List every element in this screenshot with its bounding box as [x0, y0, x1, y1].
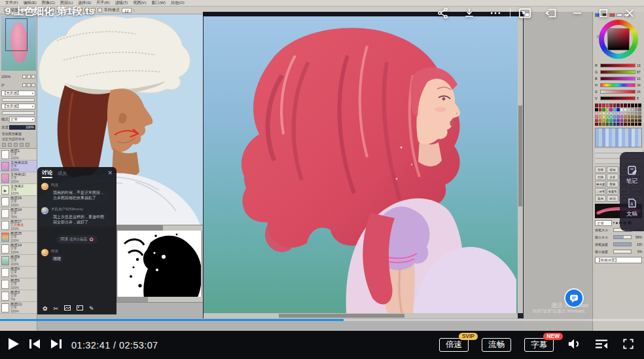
- chat-bubble-button[interactable]: [565, 290, 582, 307]
- color-swatch[interactable]: [620, 108, 624, 111]
- color-swatch[interactable]: [631, 119, 634, 123]
- slider-track[interactable]: [600, 64, 635, 67]
- screenshot-icon[interactable]: [77, 305, 83, 312]
- color-swatch[interactable]: [617, 115, 620, 119]
- color-swatch[interactable]: [599, 119, 602, 123]
- color-swatch[interactable]: [620, 115, 624, 119]
- saturation-value-square[interactable]: [607, 28, 630, 50]
- chat-close-icon[interactable]: ✕: [107, 170, 113, 176]
- color-swatch[interactable]: [613, 115, 617, 119]
- subtitle-button[interactable]: 字幕 NEW: [524, 338, 554, 352]
- quality-button[interactable]: 流畅: [482, 338, 511, 352]
- menu-item[interactable]: 窗口(W): [151, 0, 166, 6]
- more-button[interactable]: [488, 5, 503, 21]
- tool-button[interactable]: 橡皮擦: [595, 181, 606, 187]
- new-layer-icon[interactable]: [2, 143, 6, 147]
- color-swatch[interactable]: [606, 119, 609, 123]
- video-content[interactable]: 文件(F)编辑(E)图像(C)图层(L)选择(S)尺子(R)滤镜(T)视图(V)…: [0, 0, 644, 331]
- maximize-button[interactable]: [596, 5, 611, 21]
- color-swatch[interactable]: [599, 115, 602, 119]
- tool-button[interactable]: 铅笔: [595, 166, 606, 173]
- color-swatch[interactable]: [595, 123, 598, 126]
- mini-player-button[interactable]: [517, 5, 533, 21]
- navigator-viewport[interactable]: [5, 18, 27, 51]
- hue-cursor[interactable]: [597, 35, 599, 38]
- color-swatch[interactable]: [613, 123, 617, 126]
- color-swatch[interactable]: [613, 112, 617, 115]
- brush-mode-dropdown[interactable]: 正常: [595, 220, 612, 226]
- fullscreen-button[interactable]: [622, 337, 635, 353]
- notes-button[interactable]: 笔记: [626, 165, 637, 185]
- stabilizer-value[interactable]: 12: [122, 8, 132, 13]
- color-swatch[interactable]: [624, 112, 627, 115]
- playlist-button[interactable]: [594, 338, 609, 352]
- color-swatch[interactable]: [599, 112, 602, 115]
- color-swatch[interactable]: [631, 104, 634, 107]
- slider-track[interactable]: [600, 77, 635, 81]
- share-button[interactable]: [435, 5, 451, 21]
- color-swatch[interactable]: [606, 115, 609, 119]
- layer-row[interactable]: 文件夹2(3)正常100%: [0, 161, 37, 172]
- layer-row[interactable]: 文件夹(2)正常100%: [0, 172, 37, 184]
- layer-row[interactable]: 图层4正常42%: [0, 267, 37, 278]
- color-swatch[interactable]: [635, 115, 638, 119]
- layer-row[interactable]: 图层8正常100%: [0, 255, 37, 267]
- color-swatch[interactable]: [624, 115, 627, 119]
- zoom-reset-button[interactable]: [27, 75, 31, 79]
- color-swatch[interactable]: [631, 115, 634, 119]
- seek-bar[interactable]: [0, 319, 644, 321]
- color-swatch[interactable]: [609, 119, 613, 123]
- brush-setting-row[interactable]: 最小大小56%: [595, 234, 642, 241]
- layer-row[interactable]: 图层24正常76%: [0, 208, 37, 219]
- slider-track[interactable]: [600, 96, 635, 100]
- tool-button[interactable]: 移动: [607, 195, 618, 202]
- slider-track[interactable]: [600, 90, 635, 94]
- tool-button[interactable]: 图章: [607, 181, 618, 187]
- canvas-vertical-scrollbar[interactable]: [518, 16, 523, 313]
- color-swatch[interactable]: [631, 108, 634, 111]
- color-swatch[interactable]: [638, 112, 641, 115]
- color-swatch[interactable]: [609, 112, 613, 115]
- color-swatch[interactable]: [617, 123, 620, 126]
- color-swatch[interactable]: [602, 104, 605, 107]
- color-swatch[interactable]: [595, 119, 598, 123]
- color-swatch[interactable]: [602, 115, 605, 119]
- new-folder-icon[interactable]: [8, 143, 12, 147]
- chat-tab-members[interactable]: 成员: [58, 170, 67, 177]
- color-swatch[interactable]: [595, 115, 598, 119]
- tool-button[interactable]: 像素笔: [607, 188, 618, 195]
- layer-row[interactable]: 图层27正片叠底100%: [0, 219, 37, 231]
- brush-setting-row[interactable]: 画笔浓度100: [595, 241, 642, 248]
- tool-button[interactable]: 喷枪: [607, 166, 618, 173]
- color-swatch[interactable]: [628, 104, 631, 107]
- color-swatch[interactable]: [620, 104, 624, 107]
- blend-mode-dropdown[interactable]: 正常▼: [9, 117, 35, 123]
- color-swatch[interactable]: [628, 115, 631, 119]
- custom-swatches[interactable]: [595, 128, 642, 147]
- speed-button[interactable]: 倍速 SVIP: [439, 338, 469, 352]
- menu-item[interactable]: 其他(O): [171, 0, 185, 6]
- color-swatch[interactable]: [595, 112, 598, 115]
- color-swatch[interactable]: [617, 108, 620, 111]
- color-swatch[interactable]: [620, 123, 624, 126]
- layer-row[interactable]: 图层(1)正常100%: [0, 302, 37, 314]
- color-swatch[interactable]: [613, 104, 617, 107]
- color-swatch[interactable]: [602, 108, 605, 111]
- color-swatch[interactable]: [606, 123, 609, 126]
- layer-row[interactable]: 图层26正常100%: [0, 196, 37, 208]
- effect-strength-slider[interactable]: [2, 111, 35, 115]
- color-swatch[interactable]: [631, 123, 634, 126]
- mask-horizontal-scrollbar[interactable]: [117, 297, 206, 302]
- next-button[interactable]: [50, 339, 62, 352]
- color-swatch[interactable]: [609, 108, 613, 111]
- effect-dropdown[interactable]: 【无质感】▼: [1, 104, 35, 109]
- clip-mask-option[interactable]: 剪贴图层蒙版: [0, 131, 37, 136]
- doc-button[interactable]: A 文稿: [626, 198, 637, 218]
- rotate-reset-button[interactable]: [27, 83, 31, 87]
- rotate-right-button[interactable]: [31, 83, 35, 87]
- color-swatch[interactable]: [635, 123, 638, 126]
- toolbar-button[interactable]: [98, 8, 102, 12]
- canvas[interactable]: [204, 16, 518, 313]
- color-swatch[interactable]: [617, 119, 620, 123]
- color-swatch[interactable]: [606, 108, 609, 111]
